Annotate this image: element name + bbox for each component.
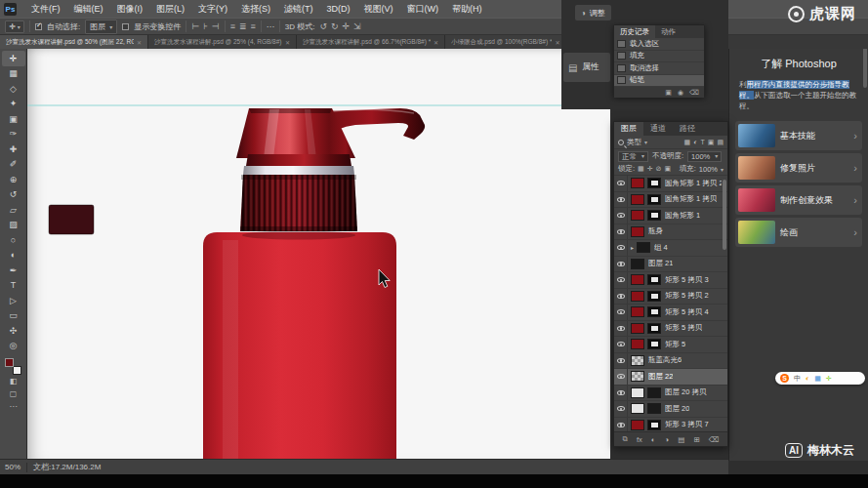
layer-name[interactable]: 瓶身: [648, 226, 663, 236]
visibility-toggle[interactable]: [614, 353, 628, 369]
layer-name[interactable]: 矩形 5 拷贝 2: [665, 291, 709, 301]
tool-lasso[interactable]: ◇: [2, 81, 25, 97]
layer-name[interactable]: 矩形 5 拷贝 4: [665, 307, 709, 317]
document-tab-2[interactable]: 沙宣洗发水课程讲解.psd @ 25% (4, RGB/8#) * ✕: [148, 35, 297, 49]
color-swatches[interactable]: [5, 358, 21, 375]
layer-name[interactable]: 图层 20: [665, 404, 689, 414]
lock-position-icon[interactable]: ✛: [647, 165, 653, 173]
tool-dodge[interactable]: ◐: [2, 248, 25, 264]
layer-group-row[interactable]: ▸ 组 4: [614, 240, 727, 257]
menu-select[interactable]: 选择(S): [234, 0, 277, 18]
distribute-top-icon[interactable]: ≡: [230, 20, 235, 33]
tool-preset-picker[interactable]: ✛ ▾: [5, 20, 24, 33]
menu-edit[interactable]: 编辑(E): [67, 0, 110, 18]
filter-type-icon[interactable]: T: [700, 139, 704, 146]
screen-mode-button[interactable]: ▢: [2, 387, 25, 400]
lock-paint-icon[interactable]: ⊘: [656, 165, 662, 173]
layer-name[interactable]: 瓶盖高光6: [648, 355, 682, 365]
more-options-icon[interactable]: ⋯: [267, 22, 274, 31]
layer-row[interactable]: 矩形 5 拷贝: [614, 321, 727, 338]
lock-all-icon[interactable]: ▣: [664, 165, 671, 173]
ime-tools-icon[interactable]: ✛: [826, 375, 832, 382]
history-state[interactable]: 取消选择: [614, 62, 704, 75]
layer-row[interactable]: 圆角矩形 1 拷贝: [614, 192, 727, 209]
background-color-swatch[interactable]: [13, 366, 21, 375]
layer-row[interactable]: 图层 21: [614, 257, 727, 273]
vector-mask-thumbnail[interactable]: [647, 178, 661, 188]
adjustments-panel-button[interactable]: ◑ 调整: [575, 5, 611, 20]
fill-value[interactable]: 100%: [699, 165, 718, 174]
layer-thumbnail[interactable]: [631, 306, 644, 317]
opacity-dropdown[interactable]: 100% ▾: [687, 151, 722, 162]
tool-type[interactable]: T: [2, 278, 25, 294]
vector-mask-thumbnail[interactable]: [647, 210, 661, 221]
layers-scrollbar[interactable]: [723, 180, 726, 250]
layer-thumbnail[interactable]: [631, 339, 644, 349]
tool-blur[interactable]: ○: [2, 232, 25, 248]
filter-shape-icon[interactable]: ▣: [708, 139, 715, 146]
auto-select-checkbox[interactable]: [35, 23, 42, 30]
visibility-toggle[interactable]: [614, 401, 628, 417]
tab-channels[interactable]: 通道: [643, 122, 673, 136]
visibility-toggle[interactable]: [614, 176, 628, 191]
tool-shape[interactable]: ▭: [2, 308, 25, 324]
layer-name[interactable]: 矩形 5 拷贝: [665, 323, 702, 333]
history-state-current[interactable]: 铅笔: [614, 75, 704, 88]
pan-icon[interactable]: ✛: [342, 20, 350, 33]
menu-help[interactable]: 帮助(H): [445, 0, 489, 18]
history-state[interactable]: 填充: [614, 51, 704, 63]
layer-name[interactable]: 组 4: [654, 243, 668, 253]
tool-eraser[interactable]: ▱: [2, 202, 25, 218]
menu-type[interactable]: 文字(Y): [191, 0, 234, 18]
document-tab-1[interactable]: 沙宣洗发水课程讲解.psd @ 50% (图层 22, RGB/8#) * ✕: [0, 35, 148, 49]
visibility-toggle[interactable]: [614, 240, 628, 256]
caret-down-icon[interactable]: ▾: [644, 139, 647, 145]
rotate-right-icon[interactable]: ↻: [331, 20, 339, 33]
new-group-icon[interactable]: ▤: [678, 435, 684, 444]
visibility-toggle[interactable]: [614, 257, 628, 272]
tool-crop[interactable]: ▣: [2, 111, 25, 127]
layer-name[interactable]: 圆角矩形 1 拷贝 2: [665, 179, 722, 188]
tool-clone-stamp[interactable]: ⊕: [2, 172, 25, 187]
menu-layer[interactable]: 图层(L): [149, 0, 191, 18]
layer-thumbnail[interactable]: [631, 259, 644, 269]
vector-mask-thumbnail[interactable]: [647, 306, 661, 317]
zoom-level[interactable]: 50%: [5, 463, 21, 471]
edit-toolbar-icon[interactable]: ⋯: [2, 400, 25, 413]
vector-mask-thumbnail[interactable]: [647, 291, 661, 302]
visibility-toggle[interactable]: [614, 289, 628, 305]
tool-marquee[interactable]: ▦: [2, 66, 25, 82]
visibility-toggle[interactable]: [614, 386, 628, 401]
auto-select-target-dropdown[interactable]: 图层 ▾: [85, 20, 117, 34]
new-layer-icon[interactable]: ⊞: [693, 435, 699, 444]
foreground-color-swatch[interactable]: [5, 358, 14, 367]
tab-paths[interactable]: 路径: [673, 122, 702, 136]
layer-name[interactable]: 图层 20 拷贝: [665, 387, 707, 397]
menu-view[interactable]: 视图(V): [357, 0, 400, 18]
new-snapshot-icon[interactable]: ◉: [678, 89, 683, 97]
link-layers-icon[interactable]: ⧉: [623, 434, 628, 444]
layer-row[interactable]: 矩形 5 拷贝 4: [614, 305, 727, 321]
layer-row[interactable]: 圆角矩形 1 拷贝 2: [614, 176, 727, 192]
layer-name[interactable]: 图层 21: [648, 259, 673, 268]
layer-row[interactable]: 矩形 5 拷贝 2: [614, 289, 727, 305]
blend-mode-dropdown[interactable]: 正常 ▾: [618, 151, 648, 162]
visibility-toggle[interactable]: [614, 418, 628, 432]
vector-mask-thumbnail[interactable]: [647, 339, 661, 349]
ime-logo-icon[interactable]: S: [780, 374, 789, 383]
layer-thumbnail[interactable]: [631, 323, 644, 334]
filter-adjustment-icon[interactable]: ◐: [693, 139, 697, 146]
layer-thumbnail[interactable]: [631, 355, 644, 366]
menu-3d[interactable]: 3D(D): [320, 0, 357, 18]
tab-history[interactable]: 历史记录: [614, 25, 655, 38]
tool-healing-brush[interactable]: ✚: [2, 142, 25, 157]
delete-state-icon[interactable]: ⌫: [689, 89, 699, 97]
tool-gradient[interactable]: ▨: [2, 218, 25, 233]
tool-path-select[interactable]: ▷: [2, 293, 25, 308]
layer-row[interactable]: 矩形 3 拷贝 7: [614, 418, 727, 432]
scale-icon[interactable]: ⇲: [353, 20, 361, 33]
layer-name[interactable]: 矩形 5 拷贝 3: [665, 275, 709, 285]
visibility-toggle[interactable]: [614, 337, 628, 352]
layer-row[interactable]: 圆角矩形 1: [614, 208, 727, 224]
rotate-left-icon[interactable]: ↺: [319, 20, 327, 33]
